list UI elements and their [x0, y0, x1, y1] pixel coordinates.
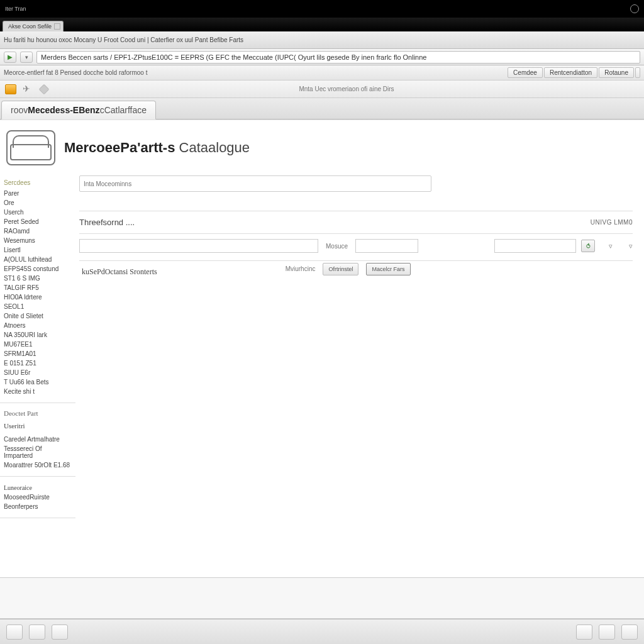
sidebar-item[interactable]: TALGIF RF5 [4, 283, 72, 292]
sidebar-item[interactable]: T Uu66 lea Bets [4, 377, 72, 387]
address-bar-row: Merders Beccen sarts / EPF1-ZPtusE100C =… [0, 49, 644, 65]
chevron-down-icon[interactable]: ▿ [609, 242, 613, 250]
status-icon-5[interactable] [599, 625, 615, 640]
status-bar [0, 619, 644, 644]
sidebar-item[interactable]: E 0151 Z51 [4, 358, 72, 368]
sidebar-item[interactable]: Wesemuns [4, 236, 72, 245]
input-field-1[interactable] [79, 239, 318, 253]
sidebar-item[interactable]: Moarattrer 50rOlt E1.68 [4, 460, 72, 470]
unvalme-label: UNIVG LMM0 [591, 219, 633, 226]
sidebar-item[interactable]: Kecite shi t [4, 387, 72, 396]
row2-mid: Mviurhcinc [286, 265, 316, 272]
status-icon-4[interactable] [576, 625, 592, 640]
status-icon-3[interactable] [52, 625, 68, 640]
page-tab-catalogue[interactable]: roovMecedess-EBenzcCatlarfface [1, 101, 156, 119]
sidebar-item[interactable]: HIO0A ldrtere [4, 292, 72, 302]
sidebar-item[interactable]: Atnoers [4, 321, 72, 330]
sidebar-item[interactable]: SIUU E6r [4, 368, 72, 377]
sidebar-heading-decode: Deoctet Part [4, 409, 72, 417]
sidebar-item[interactable]: Lisertl [4, 245, 72, 255]
sidebar-item[interactable]: Parer [4, 189, 72, 198]
sidebar-item[interactable]: SEOL1 [4, 302, 72, 311]
car-icon [6, 130, 55, 165]
address-field[interactable]: Merders Beccen sarts / EPF1-ZPtusE100C =… [36, 51, 640, 64]
rotaune-button[interactable]: Rotaune [599, 67, 634, 78]
sidebar-heading-sercdees: Sercdees [4, 179, 72, 186]
page-title: MercoeePa'artt-s Cataalogue [64, 140, 250, 156]
sidebar: Sercdees Parer Ore Userch Peret Seded RA… [0, 172, 75, 630]
browser-tab-strip: Akse Coon Sefile [0, 18, 644, 31]
input-field-2[interactable] [355, 239, 418, 253]
sidebar-item[interactable]: SFRM1A01 [4, 349, 72, 358]
refresh-icon[interactable]: ⥀ [581, 240, 595, 252]
sidebar-user[interactable]: Useritri [4, 421, 72, 431]
sidebar-item[interactable]: A(OLUL luthitead [4, 255, 72, 264]
status-icon-6[interactable] [621, 625, 638, 640]
sidebar-item[interactable]: MU67EE1 [4, 340, 72, 349]
ofrtrinsel-button[interactable]: Ofrtrinstel [323, 263, 358, 275]
nav-go-button[interactable] [4, 52, 16, 63]
close-icon[interactable] [54, 23, 60, 30]
sidebar-item[interactable]: Userch [4, 208, 72, 217]
menu-text: Hu fariti hu hounou oxoc Mocany U Froot … [4, 36, 243, 43]
nav-dropdown-button[interactable] [20, 52, 33, 63]
page-header: MercoeePa'artt-s Cataalogue [0, 119, 644, 172]
main-panel: Threefsornd .... UNIVG LMM0 Mosuce ⥀ ▿ ▿… [75, 172, 644, 630]
extra-button[interactable] [635, 67, 640, 78]
measure-label: Mosuce [323, 243, 350, 250]
sidebar-item[interactable]: Beonferpers [4, 502, 72, 511]
sidebar-item[interactable]: Caredel Artmalhatre [4, 435, 72, 444]
toolbar-center-text: Mnta Uec vromeriaon ofi aine Dirs [54, 86, 639, 92]
section-header: Threefsornd .... UNIVG LMM0 [79, 211, 633, 234]
sidebar-item[interactable]: EFPS45S constund [4, 264, 72, 274]
macelcr-fars-button[interactable]: Macelcr Fars [366, 263, 410, 275]
rentcendiatton-button[interactable]: Rentcendiatton [544, 67, 597, 78]
row2-label: kuSePdOctansi Sronterts [79, 261, 157, 277]
browser-tab[interactable]: Akse Coon Sefile [3, 21, 64, 31]
menu-bar: Hu fariti hu hounou oxoc Mocany U Froot … [0, 31, 644, 49]
content-area: Sercdees Parer Ore Userch Peret Seded RA… [0, 172, 644, 630]
threshold-label: Threefsornd .... [79, 218, 135, 227]
sidebar-item[interactable]: RAOamd [4, 226, 72, 236]
search-input[interactable] [84, 180, 427, 187]
folder-icon[interactable] [5, 84, 16, 94]
window-control-icon[interactable] [630, 4, 639, 13]
search-input-wrap[interactable] [79, 175, 431, 192]
secondary-toolbar: ✈ Mnta Uec vromeriaon ofi aine Dirs [0, 80, 644, 98]
sidebar-item[interactable]: Tesssereci Of Irmparterd [4, 444, 72, 460]
sidebar-item[interactable]: MooseedRuirste [4, 492, 72, 502]
window-titlebar: Iter Tran [0, 0, 644, 18]
footer-panel [0, 577, 644, 619]
bookmark-bar: Meorce-entlerf fat 8 Pensed docche bold … [0, 65, 644, 80]
status-icon-2[interactable] [29, 625, 45, 640]
sidebar-item[interactable]: Peret Seded [4, 217, 72, 226]
input-field-3[interactable] [494, 239, 576, 253]
sidebar-item[interactable]: Onite d Slietet [4, 311, 72, 321]
sidebar-item[interactable]: NA 350URI lark [4, 330, 72, 340]
window-title: Iter Tran [5, 6, 26, 12]
cemdee-button[interactable]: Cemdee [508, 67, 543, 78]
field-row-1: Mosuce ⥀ ▿ ▿ [79, 234, 633, 261]
page-tab-strip: roovMecedess-EBenzcCatlarfface [0, 98, 644, 119]
sidebar-heading-lune: Luneoraice [4, 483, 72, 492]
status-icon-1[interactable] [6, 625, 23, 640]
bookmark-text: Meorce-entlerf fat 8 Pensed docche bold … [4, 69, 147, 76]
sidebar-item[interactable]: Ore [4, 198, 72, 208]
chevron-down-icon[interactable]: ▿ [629, 242, 633, 250]
sidebar-item[interactable]: ST1 6 S IMG [4, 274, 72, 283]
bird-icon[interactable]: ✈ [23, 84, 34, 94]
tag-icon[interactable] [39, 84, 50, 94]
